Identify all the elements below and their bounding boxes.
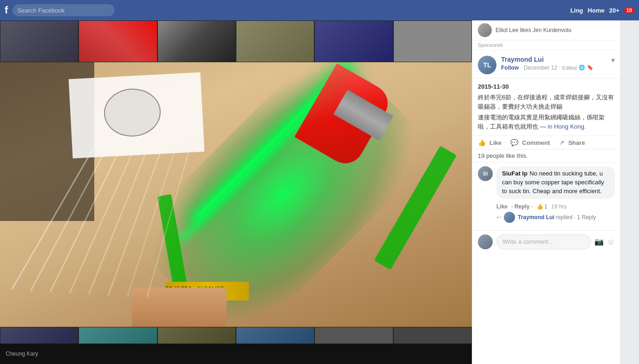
main-container: GP Ultra · Alkaline Battery [0,20,639,364]
elliot-avatar [478,23,492,37]
navbar-right: Ling Home 20+ 10 [570,7,634,14]
comment-icon: 💬 [510,139,518,146]
post-date: December 12 [524,65,557,71]
reply-line: ↩ Traymond Lui replied · 1 Reply [496,212,615,223]
thumbnail-strip-top [0,20,472,62]
like-button[interactable]: Like [489,139,502,146]
post-author-name[interactable]: Traymond Lui [501,56,615,64]
post-author-avatar: TL [478,56,496,74]
commenter-avatar [478,234,493,249]
post-meta: Follow · December 12 · Edited 🌐 🔖 [501,65,615,71]
elliot-text: Elliot Lee likes Jen Kurdenvolu [496,27,571,33]
follow-button[interactable]: Follow [501,65,519,71]
thumb-item-3[interactable] [157,20,236,62]
led-photo-bg: GP Ultra · Alkaline Battery [0,62,472,327]
facebook-logo: f [5,4,8,16]
action-divider-1: · [505,139,507,146]
post-text-line2: 連接電池的電線其實是用紮綁繩吸鐵絲，係咁架啦，工具箱有也就用也 — in Hon… [478,113,615,131]
share-button[interactable]: Share [568,139,585,146]
search-input[interactable] [13,4,115,16]
elliot-bar: Elliot Lee likes Jen Kurdenvolu [472,20,620,40]
camera-icon[interactable]: 📷 [594,237,604,246]
reply-text-label: replied · 1 Reply [556,214,596,221]
share-icon: ↗ [559,139,565,146]
post-location[interactable]: in Hong Kong. [548,123,586,130]
post-options-chevron[interactable]: ▾ [611,56,615,65]
emoji-icon[interactable]: ☺ [607,238,615,246]
bookmark-icon: 🔖 [587,65,593,71]
navbar-link-ling[interactable]: Ling [570,7,583,14]
action-bar: 👍 Like · 💬 Comment · ↗ Share [472,136,620,150]
navbar-link-20plus[interactable]: 20+ [609,7,619,14]
thumb-count-value: 1 [544,203,548,210]
comment-time: 19 hrs [551,203,567,210]
right-panel: Elliot Lee likes Jen Kurdenvolu Sponsore… [472,20,620,364]
post-date-label: 2015-11-30 [478,83,615,90]
comment-bubble-1: SiuFat Ip No need tin sucking tube, u ca… [496,166,615,199]
comment-like-btn[interactable]: Like [496,203,508,210]
dot-separator: · [521,65,522,70]
thumb-item-1[interactable] [0,20,78,62]
thumb-icon: 👍 [536,203,543,210]
post-author-info: Traymond Lui Follow · December 12 · Edit… [501,56,615,71]
comment-avatar-1[interactable]: SI [478,166,493,181]
navbar: f Ling Home 20+ 10 [0,0,639,20]
thumb-item-5[interactable] [314,20,393,62]
post-content: 2015-11-30 終於串完6節，在焊接過程，成常焊錯接腳，又沒有吸錫器，要費… [472,78,620,136]
thumb-item-6[interactable] [393,20,472,62]
likes-bar: 19 people like this. [472,150,620,162]
reply-arrow-icon: ↩ [496,214,501,221]
comment-thumb-count: 👍 1 [536,203,548,210]
dot-separator-2: · [559,65,561,70]
likes-text: 19 people like this. [478,152,528,159]
comment-input-area: 📷 ☺ [472,230,620,253]
led-tubes [38,129,203,301]
notification-badge[interactable]: 10 [624,7,634,13]
reply-author-name[interactable]: Traymond Lui [518,214,554,221]
thumb-item-4[interactable] [236,20,314,62]
post-text-line1: 終於串完6節，在焊接過程，成常焊錯接腳，又沒有吸錫器，要費好大功夫挑走焊錫 [478,93,615,111]
left-area: GP Ultra · Alkaline Battery [0,20,472,364]
privacy-icon: 🌐 [579,65,585,71]
edited-label: Edited [562,65,577,71]
comment-button[interactable]: Comment [522,139,550,146]
comment-reply-btn-label[interactable]: · Reply · [511,203,533,210]
comment-input[interactable] [496,234,591,249]
post-header: TL Traymond Lui Follow · December 12 · E… [472,50,620,78]
post-avatar-initials: TL [483,61,491,69]
comment-author-1[interactable]: SiuFat Ip [502,170,528,177]
navbar-link-home[interactable]: Home [588,7,605,14]
reply-avatar[interactable] [504,212,515,223]
main-photo[interactable]: GP Ultra · Alkaline Battery [0,62,472,327]
comment-actions-1: Like · Reply · 👍 1 19 hrs [496,203,615,210]
comments-section: SI SiuFat Ip No need tin sucking tube, u… [472,162,620,230]
like-icon: 👍 [478,139,486,146]
action-divider-2: · [554,139,555,146]
cheung-kary-label: Cheung Kary [6,351,38,357]
thumb-item-2[interactable] [78,20,157,62]
bottom-bar: Cheung Kary [0,344,472,364]
comment-item-1: SI SiuFat Ip No need tin sucking tube, u… [478,166,615,199]
sponsored-label: Sponsored [472,40,620,50]
partial-right-bar [620,20,639,364]
